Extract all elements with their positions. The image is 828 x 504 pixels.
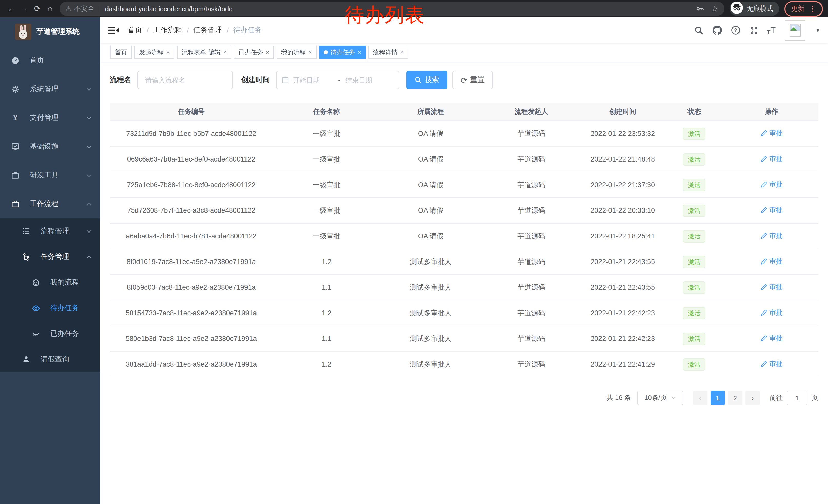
approve-link[interactable]: 审批 — [760, 231, 783, 241]
approve-link[interactable]: 审批 — [760, 257, 783, 266]
prev-page-button[interactable]: ‹ — [693, 391, 707, 405]
sidebar-item-menu-1[interactable]: 系统管理 — [0, 75, 100, 103]
tab-4[interactable]: 我的流程 — [277, 46, 317, 59]
column-header-starter: 流程发起人 — [481, 103, 581, 121]
tab-close-icon[interactable] — [166, 49, 170, 55]
sidebar-item-menu-3[interactable]: 基础设施 — [0, 132, 100, 161]
warning-icon: ⚠ — [66, 5, 71, 12]
approve-link[interactable]: 审批 — [760, 154, 783, 164]
approve-link[interactable]: 审批 — [760, 283, 783, 292]
sidebar-item-submenu-2[interactable]: 我的流程 — [0, 270, 100, 295]
breadcrumb-task-mgmt[interactable]: 任务管理 — [194, 26, 222, 35]
tab-close-icon[interactable] — [266, 49, 269, 55]
approve-link[interactable]: 审批 — [760, 206, 783, 215]
tab-2[interactable]: 流程表单-编辑 — [177, 46, 232, 59]
tab-close-icon[interactable] — [308, 49, 312, 55]
approve-label: 审批 — [769, 206, 783, 215]
font-size-icon[interactable]: TT — [767, 26, 776, 35]
tab-close-icon[interactable] — [400, 49, 404, 55]
sidebar-item-menu-0[interactable]: 首页 — [0, 46, 100, 75]
bookmark-star-icon[interactable]: ☆ — [711, 4, 718, 13]
sidebar-item-submenu-0[interactable]: 流程管理 — [0, 218, 100, 244]
cell-task-id: 8f0d1619-7ac8-11ec-a9e2-a2380e71991a — [110, 249, 273, 275]
github-icon[interactable] — [712, 26, 721, 35]
table-row: 725a1eb6-7b88-11ec-8ef0-acde48001122一级审批… — [110, 172, 818, 198]
page-button-1[interactable]: 1 — [710, 391, 725, 405]
forward-icon[interactable]: → — [18, 0, 31, 17]
cell-starter: 芋道源码 — [481, 223, 581, 249]
chevron-down-icon — [86, 228, 92, 234]
status-badge: 激活 — [683, 127, 706, 140]
date-range-picker[interactable]: - — [276, 71, 399, 89]
active-tab-dot — [324, 50, 328, 54]
cell-create-time: 2022-01-21 22:42:23 — [581, 326, 664, 352]
key-icon[interactable] — [696, 5, 704, 13]
cell-task-id: a6aba0a4-7b6d-11ec-b781-acde48001122 — [110, 223, 273, 249]
tab-close-icon[interactable] — [223, 49, 227, 55]
yen-icon: ¥ — [11, 114, 19, 122]
approve-link[interactable]: 审批 — [760, 360, 783, 369]
approve-link[interactable]: 审批 — [760, 180, 783, 189]
incognito-badge: 无痕模式 — [730, 2, 779, 16]
sidebar-item-menu-2[interactable]: ¥支付管理 — [0, 103, 100, 132]
breadcrumb-workflow[interactable]: 工作流程 — [153, 26, 182, 35]
page-size-select[interactable]: 10条/页 — [637, 391, 683, 405]
fullscreen-icon[interactable] — [749, 26, 758, 35]
sidebar-item-label: 系统管理 — [30, 85, 58, 94]
logo-rabbit-image — [15, 24, 31, 40]
reload-icon[interactable]: ⟳ — [31, 0, 44, 17]
next-page-button[interactable]: › — [745, 391, 760, 405]
page-button-2[interactable]: 2 — [728, 391, 742, 405]
cell-status: 激活 — [664, 121, 725, 146]
tab-6[interactable]: 流程详情 — [368, 46, 408, 59]
app-logo[interactable]: 芋道管理系统 — [0, 17, 100, 46]
end-date-input[interactable] — [344, 76, 386, 84]
cell-actions: 审批 — [724, 198, 818, 223]
approve-label: 审批 — [769, 129, 783, 138]
approve-link[interactable]: 审批 — [760, 129, 783, 138]
back-icon[interactable]: ← — [5, 0, 18, 17]
cell-actions: 审批 — [724, 121, 818, 146]
chevron-down-icon — [86, 173, 92, 178]
approve-link[interactable]: 审批 — [760, 308, 783, 318]
update-button[interactable]: 更新 ⋮ — [784, 1, 823, 17]
caret-down-icon[interactable]: ▼ — [816, 28, 820, 33]
column-header-create-time: 创建时间 — [581, 103, 664, 121]
cell-create-time: 2022-01-22 18:25:41 — [581, 223, 664, 249]
breadcrumb-home[interactable]: 首页 — [128, 26, 142, 35]
search-button[interactable]: 搜索 — [406, 71, 447, 89]
chevron-down-icon — [86, 86, 92, 92]
sidebar-item-submenu-5[interactable]: 请假查询 — [0, 347, 100, 372]
process-name-input[interactable] — [137, 71, 233, 89]
status-badge: 激活 — [683, 256, 706, 268]
cell-task-name: 一级审批 — [273, 198, 380, 223]
menu-dots-icon[interactable]: ⋮ — [809, 5, 816, 13]
sidebar-item-menu-5[interactable]: 工作流程 — [0, 190, 100, 218]
search-icon[interactable] — [694, 26, 703, 35]
start-date-input[interactable] — [292, 76, 334, 84]
security-label[interactable]: 不安全 — [74, 4, 94, 13]
reset-button[interactable]: ⟳ 重置 — [452, 71, 493, 89]
screen: ← → ⟳ ⌂ ⚠ 不安全 dashboard.yudao.iocoder.cn… — [0, 0, 828, 504]
tab-3[interactable]: 已办任务 — [234, 46, 274, 59]
edit-pen-icon — [760, 335, 767, 342]
tab-0[interactable]: 首页 — [110, 46, 132, 59]
chevron-up-icon — [86, 254, 92, 260]
approve-link[interactable]: 审批 — [760, 334, 783, 343]
sidebar-item-submenu-3[interactable]: 待办任务 — [0, 295, 100, 321]
goto-page-input[interactable] — [787, 391, 808, 405]
sidebar-item-submenu-1[interactable]: 任务管理 — [0, 244, 100, 270]
sidebar-item-menu-4[interactable]: 研发工具 — [0, 161, 100, 190]
url-text[interactable]: dashboard.yudao.iocoder.cn/bpm/task/todo — [105, 5, 233, 12]
home-icon[interactable]: ⌂ — [44, 0, 56, 17]
tab-5[interactable]: 待办任务 — [319, 46, 366, 59]
search-button-icon — [415, 77, 422, 84]
tab-close-icon[interactable] — [358, 49, 361, 55]
process-name-label: 流程名 — [110, 75, 131, 85]
hamburger-icon[interactable] — [108, 26, 119, 34]
sidebar-item-submenu-4[interactable]: 已办任务 — [0, 321, 100, 347]
cell-actions: 审批 — [724, 275, 818, 300]
avatar[interactable] — [785, 20, 805, 41]
tab-1[interactable]: 发起流程 — [134, 46, 174, 59]
help-icon[interactable]: ? — [731, 26, 740, 35]
